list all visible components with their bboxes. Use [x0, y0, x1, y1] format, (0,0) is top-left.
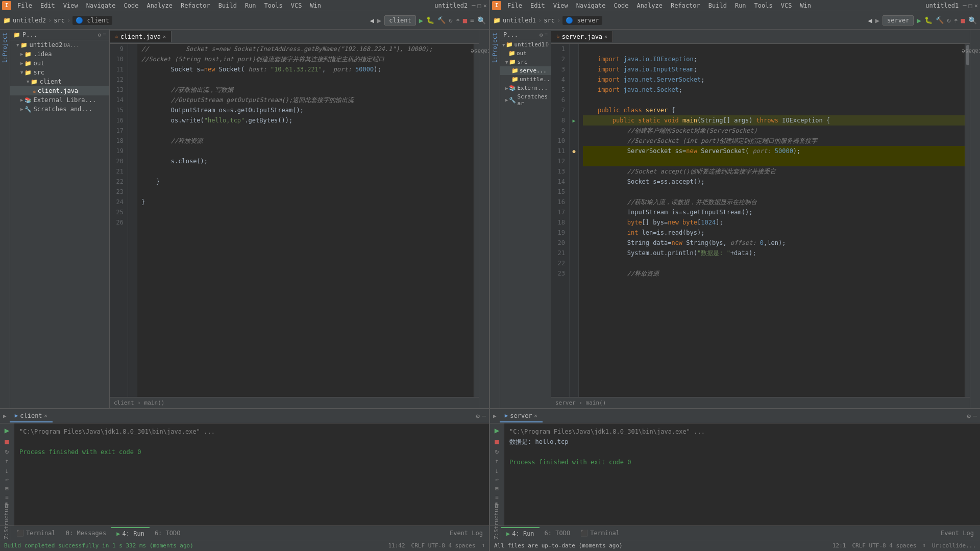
left-z-structure-tab[interactable]: Z:Structure	[2, 526, 11, 540]
left-code-scroll[interactable]: 9 10 11 12 13 14 15 16 17 18 19 20	[110, 44, 479, 397]
right-editor-tab-server[interactable]: ☕ server.java ✕	[551, 31, 613, 42]
menu-tools-right[interactable]: Tools	[750, 1, 777, 10]
tree-settings-left[interactable]: ⚙	[98, 32, 102, 38]
left-run-tab-close[interactable]: ✕	[44, 413, 47, 418]
search-btn-left[interactable]: 🔍	[477, 16, 486, 24]
menu-run-right[interactable]: Run	[731, 1, 750, 10]
tree-expand-right[interactable]: ≡	[544, 32, 548, 38]
tree-item-server-folder[interactable]: 📁 serve...	[500, 66, 551, 75]
run-filter-left[interactable]: ≡	[5, 494, 9, 500]
right-tab-close[interactable]: ✕	[604, 34, 607, 39]
right-run-tab-close[interactable]: ✕	[534, 413, 537, 418]
menu-refactor-right[interactable]: Refactor	[667, 1, 704, 10]
run-rerun-right[interactable]: ↻	[495, 447, 499, 455]
tree-item-untitled1[interactable]: ▼ 📁 untitled1 D	[500, 40, 551, 49]
run-up-right[interactable]: ↑	[495, 457, 499, 465]
run-wrap-left[interactable]: ↩	[5, 477, 9, 483]
tree-item-scratches-left[interactable]: ▶ 🔧 Scratches and...	[10, 105, 109, 114]
win-minimize-right[interactable]: ─	[963, 2, 966, 9]
project-side-tab-left[interactable]: 1:Project	[1, 30, 9, 66]
reload-btn-left[interactable]: ↻	[449, 16, 453, 24]
run-caret-right[interactable]: ⊞	[495, 485, 499, 492]
menu-analyze-left[interactable]: Analyze	[142, 1, 177, 10]
menu-build-right[interactable]: Build	[704, 1, 731, 10]
menu-navigate-right[interactable]: Navigate	[572, 1, 610, 10]
run-wrap-right[interactable]: ↩	[495, 477, 499, 483]
project-side-tab-right[interactable]: 1:Project	[491, 30, 499, 66]
menu-run-left[interactable]: Run	[241, 1, 260, 10]
right-z-structure-tab[interactable]: Z:Structure	[492, 526, 501, 540]
menu-code-left[interactable]: Code	[120, 1, 143, 10]
event-log-right[interactable]: Event Log	[941, 530, 974, 537]
back-btn-right[interactable]: ◀	[868, 16, 872, 24]
run-btn-left[interactable]: ▶	[419, 16, 423, 24]
win-maximize-left[interactable]: □	[478, 2, 481, 9]
database-tab-left[interactable]: Database	[468, 47, 489, 56]
menu-analyze-right[interactable]: Analyze	[632, 1, 667, 10]
run-config-left[interactable]: client	[384, 15, 415, 26]
menu-view-right[interactable]: View	[549, 1, 572, 10]
menu-edit-left[interactable]: Edit	[36, 1, 59, 10]
tree-expand-left[interactable]: ≡	[103, 32, 106, 38]
win-close-left[interactable]: ✕	[483, 2, 487, 9]
run-caret-left[interactable]: ⊞	[5, 485, 9, 492]
tree-item-out-right[interactable]: 📁 out	[500, 49, 551, 58]
run-up-left[interactable]: ↑	[5, 457, 9, 465]
menu-vcs-left[interactable]: VCS	[287, 1, 306, 10]
coverage-btn-left[interactable]: ☂	[456, 16, 460, 24]
tree-item-untitled2-right[interactable]: 📁 untitle...	[500, 75, 551, 84]
menu-code-right[interactable]: Code	[610, 1, 633, 10]
run-play-left[interactable]: ▶	[5, 425, 10, 435]
menu-vcs-right[interactable]: VCS	[777, 1, 796, 10]
event-log-left[interactable]: Event Log	[450, 530, 483, 537]
left-messages-tab[interactable]: 0: Messages	[61, 528, 111, 539]
right-code-scroll[interactable]: 1 2 3 4 5 6 7 8 9 10 11 12 13	[551, 44, 970, 397]
tree-item-idea-left[interactable]: ▶ 📁 .idea	[10, 49, 109, 59]
run-btn-right[interactable]: ▶	[917, 16, 921, 24]
reload-btn-right[interactable]: ↻	[947, 16, 951, 24]
menu-file-left[interactable]: File	[13, 1, 36, 10]
tree-item-src-left[interactable]: ▼ 📁 src	[10, 68, 109, 77]
tree-settings-right[interactable]: ⚙	[540, 32, 543, 38]
left-code-lines[interactable]: // Socket s=new Socket(InetAddress.getBy…	[137, 44, 474, 397]
stop-btn-left[interactable]: ■	[463, 16, 467, 24]
stop-btn-right[interactable]: ■	[961, 16, 965, 24]
run-down-left[interactable]: ↓	[5, 467, 9, 474]
build-btn-left[interactable]: 🔨	[437, 16, 446, 24]
tree-item-client-java[interactable]: ☕ client.java	[10, 86, 109, 95]
tree-item-client-folder[interactable]: ▼ 📁 client	[10, 77, 109, 86]
forward-btn-right[interactable]: ▶	[875, 16, 879, 24]
win-close-right[interactable]: ✕	[974, 2, 978, 9]
debug-btn-right[interactable]: 🐛	[924, 16, 933, 24]
run-settings-right[interactable]: ⚙	[967, 412, 971, 420]
menu-win-left[interactable]: Win	[306, 1, 325, 10]
left-editor-tab-client[interactable]: ☕ client.java ✕	[110, 31, 172, 42]
menu-edit-right[interactable]: Edit	[526, 1, 549, 10]
run-minimize-left[interactable]: ─	[482, 412, 486, 420]
right-run-tab-bottom[interactable]: ▶ 4: Run	[501, 527, 540, 539]
database-tab-right[interactable]: Database	[959, 47, 980, 56]
forward-btn-left[interactable]: ▶	[377, 16, 381, 24]
tree-item-ext-lib-left[interactable]: ▶ 📚 External Libra...	[10, 95, 109, 105]
menu-file-right[interactable]: File	[503, 1, 526, 10]
run-filter-right[interactable]: ≡	[495, 494, 499, 500]
left-terminal-tab[interactable]: ⬛ Terminal	[11, 528, 61, 539]
menu-refactor-left[interactable]: Refactor	[177, 1, 214, 10]
run-down-right[interactable]: ↓	[495, 467, 499, 474]
run-stop-left[interactable]: ■	[5, 437, 9, 445]
tree-item-out-left[interactable]: ▶ 📁 out	[10, 59, 109, 68]
right-code-lines[interactable]: import java.io.IOException; import java.…	[579, 44, 965, 397]
more-btn-left[interactable]: ≡	[470, 16, 474, 24]
run-minimize-right[interactable]: ─	[973, 412, 977, 420]
run-stop-right[interactable]: ■	[495, 437, 499, 445]
coverage-btn-right[interactable]: ☂	[954, 16, 958, 24]
debug-btn-left[interactable]: 🐛	[426, 16, 434, 24]
menu-build-left[interactable]: Build	[214, 1, 241, 10]
search-btn-right[interactable]: 🔍	[968, 16, 977, 24]
right-scrollbar[interactable]	[965, 44, 970, 397]
menu-navigate-left[interactable]: Navigate	[82, 1, 120, 10]
win-minimize-left[interactable]: ─	[472, 2, 475, 9]
menu-tools-left[interactable]: Tools	[260, 1, 287, 10]
run-settings-left[interactable]: ⚙	[476, 412, 480, 420]
run-play-right[interactable]: ▶	[495, 425, 500, 435]
